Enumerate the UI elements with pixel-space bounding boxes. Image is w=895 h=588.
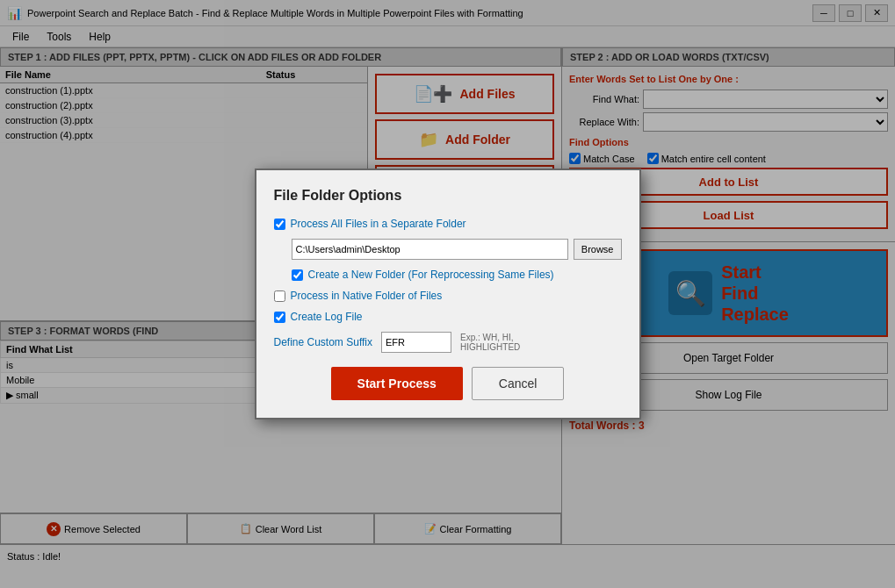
separate-folder-checkbox[interactable] <box>274 219 285 230</box>
separate-folder-label: Process All Files in a Separate Folder <box>291 218 466 230</box>
native-folder-checkbox[interactable] <box>274 290 285 302</box>
browse-button[interactable]: Browse <box>574 239 622 260</box>
modal-overlay: File Folder Options Process All Files in… <box>0 0 895 588</box>
native-folder-row: Process in Native Folder of Files <box>274 290 622 302</box>
new-folder-row: Create a New Folder (For Reprocessing Sa… <box>274 269 622 281</box>
suffix-input[interactable] <box>381 332 451 353</box>
create-log-row: Create Log File <box>274 311 622 323</box>
modal-title: File Folder Options <box>274 188 622 204</box>
folder-path-input[interactable] <box>292 239 568 260</box>
modal-buttons: Start Process Cancel <box>274 367 622 400</box>
file-folder-options-modal: File Folder Options Process All Files in… <box>255 169 641 419</box>
new-folder-checkbox[interactable] <box>292 269 303 281</box>
new-folder-label: Create a New Folder (For Reprocessing Sa… <box>308 269 554 281</box>
suffix-label: Define Custom Suffix <box>274 336 373 348</box>
folder-path-row: Browse <box>274 239 622 260</box>
suffix-row: Define Custom Suffix Exp.: WH, HI,HIGHLI… <box>274 332 622 353</box>
cancel-button[interactable]: Cancel <box>472 367 565 400</box>
create-log-checkbox[interactable] <box>274 312 285 323</box>
native-folder-label: Process in Native Folder of Files <box>291 290 443 302</box>
suffix-hint: Exp.: WH, HI,HIGHLIGHTED <box>460 333 520 352</box>
start-process-button[interactable]: Start Process <box>331 367 463 400</box>
separate-folder-row: Process All Files in a Separate Folder <box>274 218 622 230</box>
create-log-label: Create Log File <box>291 311 363 323</box>
